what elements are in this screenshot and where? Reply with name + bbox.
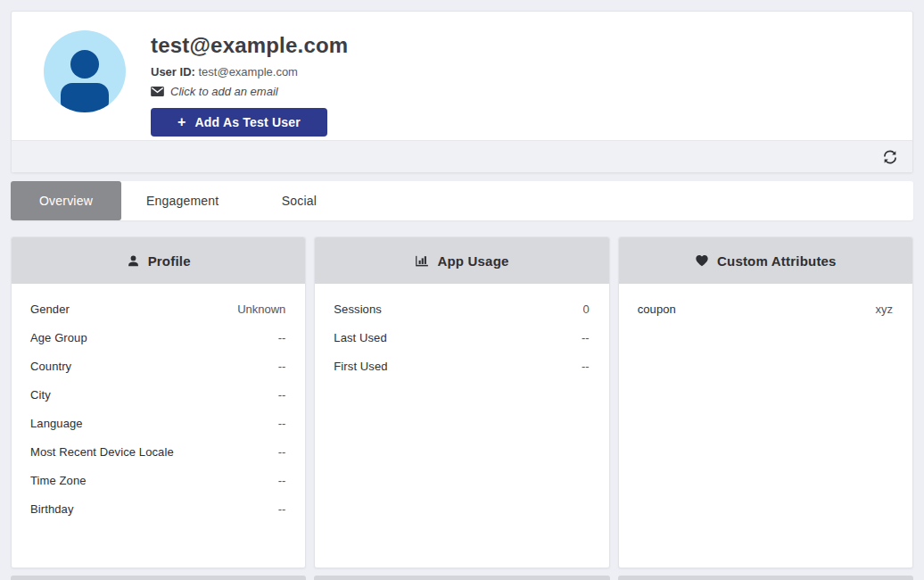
attribute-value: -- bbox=[582, 360, 590, 373]
attribute-label: coupon bbox=[638, 302, 676, 316]
app-usage-card: App Usage Sessions0Last Used--First Used… bbox=[314, 236, 609, 568]
attribute-label: Language bbox=[30, 417, 83, 430]
add-email-text: Click to add an email bbox=[170, 85, 278, 98]
card-title: Custom Attributes bbox=[717, 253, 837, 269]
add-email-link[interactable]: Click to add an email bbox=[151, 85, 348, 98]
heart-icon bbox=[695, 254, 709, 267]
tab-overview[interactable]: Overview bbox=[11, 181, 121, 220]
tab-engagement[interactable]: Engagement bbox=[121, 181, 243, 220]
envelope-icon bbox=[151, 87, 164, 96]
profile-card-header: Profile bbox=[12, 237, 305, 284]
page-title: test@example.com bbox=[151, 33, 348, 58]
attribute-value: -- bbox=[582, 331, 590, 344]
card-title: App Usage bbox=[437, 253, 508, 269]
attribute-row: First Used-- bbox=[334, 352, 589, 380]
card-title: Profile bbox=[148, 253, 191, 269]
attribute-value: -- bbox=[278, 388, 286, 402]
attribute-row: City-- bbox=[30, 380, 285, 409]
profile-card: Profile GenderUnknownAge Group--Country-… bbox=[11, 236, 306, 568]
plus-icon: + bbox=[177, 115, 186, 129]
attribute-label: Most Recent Device Locale bbox=[30, 445, 174, 459]
bar-chart-icon bbox=[415, 254, 429, 268]
attribute-value: -- bbox=[278, 502, 286, 516]
attribute-row: Time Zone-- bbox=[30, 466, 285, 494]
user-header-main: test@example.com User ID: test@example.c… bbox=[12, 12, 912, 140]
attribute-row: GenderUnknown bbox=[30, 294, 285, 323]
attribute-label: Birthday bbox=[30, 502, 74, 516]
attribute-label: Age Group bbox=[30, 331, 87, 344]
attribute-row: Age Group-- bbox=[30, 323, 285, 352]
tab-bar: Overview Engagement Social bbox=[11, 181, 913, 220]
attribute-row: Country-- bbox=[30, 352, 285, 380]
header-footer-bar bbox=[12, 140, 912, 172]
card-header-stub bbox=[314, 576, 609, 580]
attribute-row: Last Used-- bbox=[334, 323, 589, 352]
attribute-value: xyz bbox=[876, 302, 894, 316]
app-usage-card-header: App Usage bbox=[315, 237, 608, 284]
attribute-value: -- bbox=[278, 417, 286, 430]
attribute-row: Sessions0 bbox=[334, 294, 589, 323]
custom-attributes-card-header: Custom Attributes bbox=[619, 237, 912, 284]
add-as-test-user-button[interactable]: + Add As Test User bbox=[151, 108, 327, 137]
tab-social[interactable]: Social bbox=[243, 181, 354, 220]
attribute-value: Unknown bbox=[237, 302, 285, 316]
attribute-value: -- bbox=[278, 360, 286, 373]
attribute-value: -- bbox=[278, 474, 286, 487]
attribute-label: Last Used bbox=[334, 331, 386, 344]
card-header-stub bbox=[11, 576, 306, 580]
next-cards-row bbox=[11, 576, 913, 580]
attribute-label: City bbox=[30, 388, 51, 402]
user-id-label: User ID: bbox=[151, 65, 195, 79]
user-id-value: test@example.com bbox=[198, 65, 297, 79]
custom-attributes-card-body: couponxyz bbox=[619, 284, 912, 323]
attribute-row: Language-- bbox=[30, 409, 285, 437]
user-header-card: test@example.com User ID: test@example.c… bbox=[11, 11, 913, 173]
profile-card-body: GenderUnknownAge Group--Country--City--L… bbox=[12, 284, 305, 523]
attribute-row: couponxyz bbox=[638, 294, 893, 323]
attribute-value: 0 bbox=[582, 302, 589, 316]
card-header-stub bbox=[618, 576, 913, 580]
user-id-line: User ID: test@example.com bbox=[151, 65, 348, 79]
attribute-value: -- bbox=[278, 445, 286, 459]
user-icon bbox=[127, 254, 140, 268]
attribute-value: -- bbox=[278, 331, 286, 344]
attribute-row: Birthday-- bbox=[30, 494, 285, 523]
app-usage-card-body: Sessions0Last Used--First Used-- bbox=[315, 284, 608, 380]
attribute-label: Country bbox=[30, 360, 71, 373]
cards-row: Profile GenderUnknownAge Group--Country-… bbox=[11, 236, 913, 568]
refresh-icon[interactable] bbox=[883, 150, 897, 164]
attribute-row: Most Recent Device Locale-- bbox=[30, 437, 285, 466]
user-avatar-icon bbox=[44, 30, 126, 112]
user-profile-page: test@example.com User ID: test@example.c… bbox=[0, 0, 924, 580]
attribute-label: Gender bbox=[30, 302, 70, 316]
attribute-label: Sessions bbox=[334, 302, 382, 316]
attribute-label: First Used bbox=[334, 360, 387, 373]
attribute-label: Time Zone bbox=[30, 474, 87, 487]
add-as-test-user-label: Add As Test User bbox=[195, 115, 301, 129]
custom-attributes-card: Custom Attributes couponxyz bbox=[618, 236, 913, 568]
user-header-info: test@example.com User ID: test@example.c… bbox=[151, 30, 348, 140]
